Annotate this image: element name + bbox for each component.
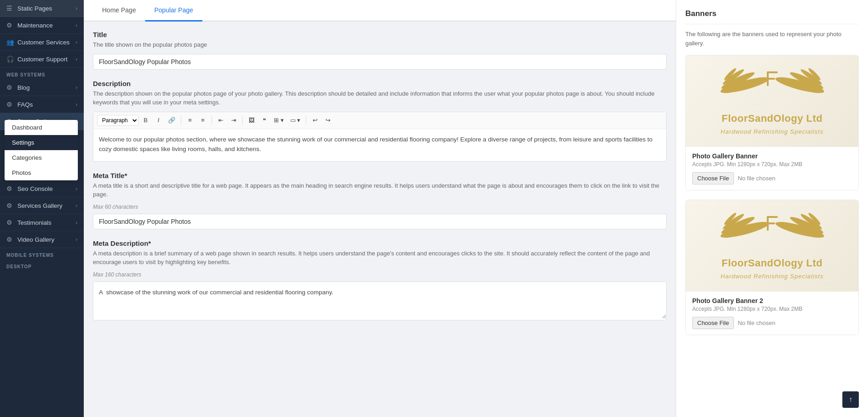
file-icon: ☰: [6, 5, 14, 12]
title-input[interactable]: [93, 54, 667, 70]
chevron-icon: ›: [76, 5, 77, 11]
italic-button[interactable]: I: [152, 115, 164, 125]
chevron-icon: ›: [76, 102, 77, 107]
headset-icon: 🎧: [6, 55, 14, 63]
meta-description-desc: A meta description is a brief summary of…: [93, 249, 667, 267]
logo-svg-2: [713, 212, 832, 254]
banner-card-2: FloorSandOlogy Ltd Hardwood Refinishing …: [685, 200, 859, 335]
editor-toolbar: Paragraph B I 🔗 ≡ ≡ ⇤ ⇥ 🖼 ❝: [93, 112, 666, 129]
description-editor: Paragraph B I 🔗 ≡ ≡ ⇤ ⇥ 🖼 ❝: [93, 112, 667, 162]
chevron-icon: ›: [76, 39, 77, 45]
dropdown-item-dashboard[interactable]: Dashboard: [5, 120, 78, 135]
sidebar-item-seo-console[interactable]: ⚙ Seo Console ›: [0, 180, 84, 197]
sidebar-item-services-gallery[interactable]: ⚙ Services Gallery ›: [0, 197, 84, 214]
file-input-row-1: Choose File No file chosen: [692, 172, 852, 184]
title-section: Title The title shown on the popular pho…: [93, 31, 667, 70]
undo-button[interactable]: ↩: [309, 115, 321, 125]
brand-title-1: FloorSandOlogy Ltd: [722, 113, 822, 125]
indent-right-button[interactable]: ⇥: [228, 115, 239, 125]
tabs: Home Page Popular Page: [84, 0, 676, 22]
faq-icon: ⚙: [6, 101, 14, 108]
brand-logo-2: FloorSandOlogy Ltd Hardwood Refinishing …: [713, 212, 832, 280]
sidebar-item-video-gallery[interactable]: ⚙ Video Gallery ›: [0, 231, 84, 248]
sidebar-label-customer-support: Customer Support: [17, 56, 68, 63]
sidebar-item-faqs[interactable]: ⚙ FAQs ›: [0, 96, 84, 113]
bold-button[interactable]: B: [140, 115, 152, 125]
wrench-icon: ⚙: [6, 22, 14, 29]
meta-desc-editor: A showcase of the stunning work of our c…: [93, 282, 667, 320]
banner-info-1: Photo Gallery Banner Accepts JPG. Min 12…: [686, 147, 858, 190]
meta-title-char-limit: Max 60 characters: [93, 204, 667, 210]
description-content[interactable]: Welcome to our popular photos section, w…: [93, 129, 666, 161]
table-button[interactable]: ⊞ ▾: [271, 115, 287, 125]
choose-file-button-1[interactable]: Choose File: [692, 172, 734, 184]
sidebar-label-seo-console: Seo Console: [17, 185, 53, 192]
banner-card-1: FloorSandOlogy Ltd Hardwood Refinishing …: [685, 55, 859, 190]
description-desc: The description shown on the popular pho…: [93, 89, 667, 107]
right-panel: Banners The following are the banners us…: [676, 0, 868, 417]
main-content: Home Page Popular Page Title The title s…: [84, 0, 868, 417]
dropdown-item-settings[interactable]: Settings: [5, 135, 78, 150]
banner-image-2: FloorSandOlogy Ltd Hardwood Refinishing …: [686, 200, 858, 292]
chevron-icon: ›: [76, 203, 77, 208]
sidebar-label-customer-services: Customer Services: [17, 39, 70, 46]
ordered-list-button[interactable]: ≡: [197, 115, 209, 125]
dropdown-item-categories[interactable]: Categories: [5, 150, 78, 165]
seo-icon: ⚙: [6, 185, 14, 192]
sidebar-item-maintenance[interactable]: ⚙ Maintenance ›: [0, 17, 84, 34]
meta-description-label: Meta Description*: [93, 239, 667, 247]
sidebar-item-customer-services[interactable]: 👥 Customer Services ›: [0, 34, 84, 51]
quote-button[interactable]: ❝: [258, 115, 270, 125]
users-icon: 👥: [6, 38, 14, 46]
toolbar-divider-3: [242, 116, 243, 125]
paragraph-select[interactable]: Paragraph: [97, 115, 139, 126]
sidebar-item-customer-support[interactable]: 🎧 Customer Support ›: [0, 51, 84, 68]
title-desc: The title shown on the popular photos pa…: [93, 40, 667, 49]
meta-title-section: Meta Title* A meta title is a short and …: [93, 172, 667, 229]
embed-button[interactable]: ▭ ▾: [288, 115, 304, 125]
redo-button[interactable]: ↪: [322, 115, 334, 125]
banner-info-2: Photo Gallery Banner 2 Accepts JPG. Min …: [686, 292, 858, 335]
meta-desc-textarea[interactable]: A showcase of the stunning work of our c…: [93, 282, 666, 319]
banner-1-title: Photo Gallery Banner: [692, 152, 852, 160]
brand-title-2: FloorSandOlogy Ltd: [722, 257, 822, 269]
sidebar-item-blog[interactable]: ⚙ Blog ›: [0, 79, 84, 96]
svg-rect-10: [767, 78, 775, 80]
meta-title-input[interactable]: [93, 214, 667, 229]
banner-2-title: Photo Gallery Banner 2: [692, 297, 852, 304]
sidebar: ☰ Static Pages › ⚙ Maintenance › 👥 Custo…: [0, 0, 84, 417]
sidebar-label-faqs: FAQs: [17, 101, 33, 108]
testimonials-icon: ⚙: [6, 219, 14, 226]
meta-description-section: Meta Description* A meta description is …: [93, 239, 667, 320]
gallery-icon: ⚙: [6, 202, 14, 209]
image-button[interactable]: 🖼: [245, 115, 257, 125]
choose-file-button-2[interactable]: Choose File: [692, 317, 734, 329]
dropdown-item-photos[interactable]: Photos: [5, 165, 78, 180]
chevron-icon: ›: [76, 85, 77, 90]
sidebar-item-static-pages[interactable]: ☰ Static Pages ›: [0, 0, 84, 17]
svg-rect-21: [767, 222, 775, 224]
sidebar-label-services-gallery: Services Gallery: [17, 202, 62, 209]
meta-title-label: Meta Title*: [93, 172, 667, 179]
no-file-text-1: No file chosen: [738, 175, 775, 182]
sidebar-label-blog: Blog: [17, 84, 30, 91]
chevron-icon: ›: [76, 220, 77, 225]
no-file-text-2: No file chosen: [738, 320, 775, 326]
section-label-mobile-systems: MOBILE SYSTEMS: [0, 248, 84, 260]
banners-desc: The following are the banners used to re…: [685, 30, 859, 48]
scroll-top-button[interactable]: ↑: [842, 391, 859, 408]
sidebar-label-video-gallery: Video Gallery: [17, 236, 54, 243]
file-input-row-2: Choose File No file chosen: [692, 317, 852, 329]
bullet-list-button[interactable]: ≡: [184, 115, 196, 125]
toolbar-divider: [181, 116, 181, 125]
tab-home-page[interactable]: Home Page: [93, 0, 145, 22]
section-label-web-systems: WEB SYSTEMS: [0, 68, 84, 79]
banners-title: Banners: [685, 9, 859, 24]
blog-icon: ⚙: [6, 84, 14, 91]
tab-popular-page[interactable]: Popular Page: [145, 0, 202, 22]
banner-image-1: FloorSandOlogy Ltd Hardwood Refinishing …: [686, 55, 858, 147]
sidebar-item-testimonials[interactable]: ⚙ Testimonials ›: [0, 214, 84, 231]
link-button[interactable]: 🔗: [165, 115, 178, 125]
chevron-icon: ›: [76, 22, 77, 28]
indent-left-button[interactable]: ⇤: [215, 115, 227, 125]
